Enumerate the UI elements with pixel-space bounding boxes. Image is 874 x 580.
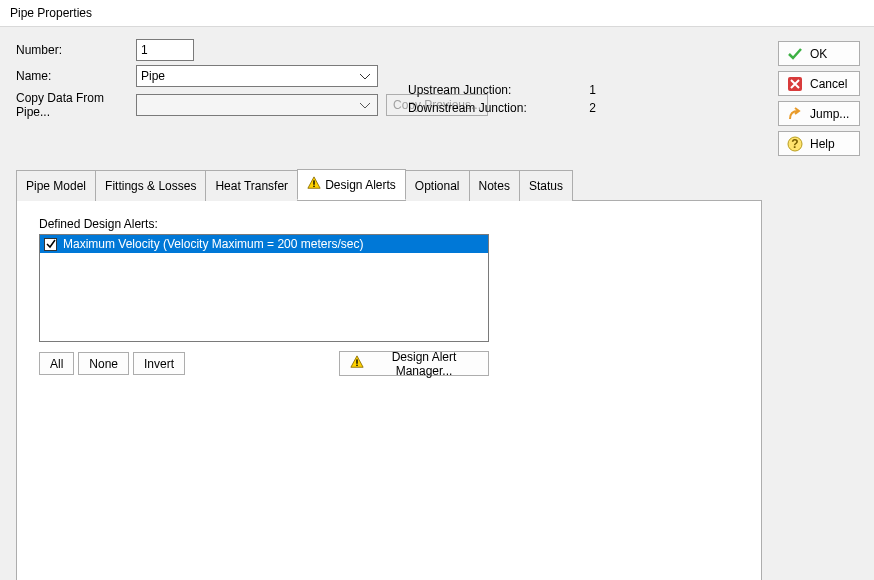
cancel-label: Cancel: [810, 77, 847, 91]
name-label: Name:: [16, 69, 136, 83]
select-invert-button[interactable]: Invert: [133, 352, 185, 375]
upstream-junction-value: 1: [572, 83, 596, 97]
tab-design-alerts-label: Design Alerts: [325, 178, 396, 192]
name-combo[interactable]: Pipe: [136, 65, 378, 87]
tab-pipe-model[interactable]: Pipe Model: [16, 170, 96, 201]
list-item[interactable]: Maximum Velocity (Velocity Maximum = 200…: [40, 235, 488, 253]
tab-fittings-losses[interactable]: Fittings & Losses: [95, 170, 206, 201]
number-input[interactable]: [136, 39, 194, 61]
copy-data-combo[interactable]: [136, 94, 378, 116]
tab-design-alerts[interactable]: Design Alerts: [297, 169, 406, 200]
select-all-button[interactable]: All: [39, 352, 74, 375]
help-button[interactable]: ? Help: [778, 131, 860, 156]
alert-item-label: Maximum Velocity (Velocity Maximum = 200…: [63, 237, 484, 251]
ok-label: OK: [810, 47, 827, 61]
arrow-icon: [787, 106, 803, 122]
tab-heat-transfer[interactable]: Heat Transfer: [205, 170, 298, 201]
defined-alerts-list[interactable]: Maximum Velocity (Velocity Maximum = 200…: [39, 234, 489, 342]
name-combo-text: Pipe: [141, 69, 356, 83]
downstream-junction-value: 2: [572, 101, 596, 115]
svg-rect-2: [356, 359, 357, 363]
tab-notes[interactable]: Notes: [469, 170, 520, 201]
copy-data-label: Copy Data From Pipe...: [16, 91, 136, 119]
help-icon: ?: [787, 136, 803, 152]
tab-optional[interactable]: Optional: [405, 170, 470, 201]
help-label: Help: [810, 137, 835, 151]
number-label: Number:: [16, 43, 136, 57]
chevron-down-icon: [356, 69, 373, 83]
jump-label: Jump...: [810, 107, 849, 121]
svg-rect-0: [313, 180, 314, 184]
design-alert-manager-label: Design Alert Manager...: [370, 350, 478, 378]
upstream-junction-label: Upstream Junction:: [408, 83, 572, 97]
cancel-button[interactable]: Cancel: [778, 71, 860, 96]
close-icon: [787, 76, 803, 92]
svg-rect-1: [313, 186, 314, 187]
alert-checkbox[interactable]: [44, 238, 57, 251]
warning-icon: [307, 176, 321, 193]
tabstrip: Pipe Model Fittings & Losses Heat Transf…: [16, 169, 762, 200]
jump-button[interactable]: Jump...: [778, 101, 860, 126]
select-none-button[interactable]: None: [78, 352, 129, 375]
window-title: Pipe Properties: [0, 0, 874, 27]
design-alerts-panel: Defined Design Alerts: Maximum Velocity …: [16, 200, 762, 580]
defined-alerts-label: Defined Design Alerts:: [39, 217, 739, 231]
ok-button[interactable]: OK: [778, 41, 860, 66]
svg-text:?: ?: [791, 137, 798, 151]
warning-icon: [350, 355, 364, 372]
design-alert-manager-button[interactable]: Design Alert Manager...: [339, 351, 489, 376]
check-icon: [787, 46, 803, 62]
downstream-junction-label: Downstream Junction:: [408, 101, 572, 115]
chevron-down-icon: [356, 98, 373, 112]
svg-rect-3: [356, 365, 357, 366]
tab-status[interactable]: Status: [519, 170, 573, 201]
